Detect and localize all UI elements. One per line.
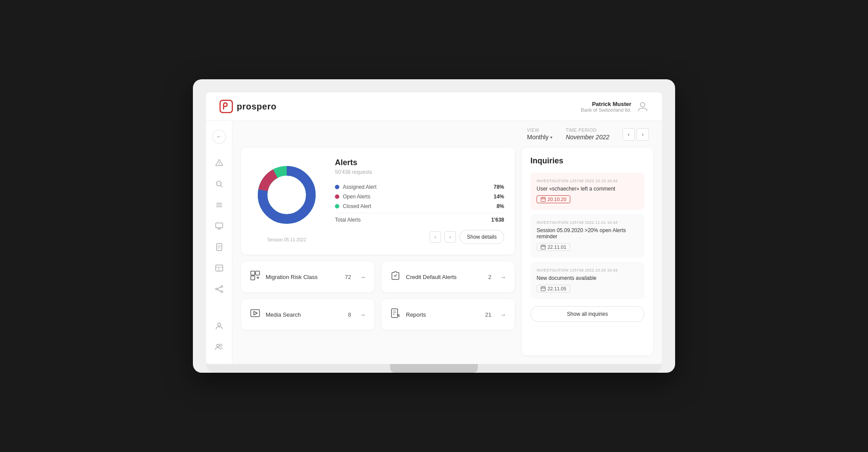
sidebar-item-search[interactable] (210, 175, 228, 193)
svg-point-31 (268, 177, 305, 213)
total-value: 1'638 (491, 217, 504, 223)
inquiry-item-1[interactable]: INVESTIGATION 125748 2022.10.10 16:43 Us… (530, 173, 644, 210)
reports-count: 21 (485, 311, 491, 318)
main-layout: ← (206, 121, 662, 364)
user-area: Patrick Muster Bank of Switzerland ltd. (581, 100, 649, 113)
svg-point-1 (640, 102, 645, 107)
assigned-pct: 78% (494, 184, 504, 190)
show-all-inquiries-button[interactable]: Show all inquiries (530, 306, 644, 322)
svg-rect-34 (251, 276, 255, 280)
closed-pct: 8% (497, 203, 504, 209)
svg-rect-32 (251, 271, 255, 275)
svg-rect-35 (251, 310, 260, 317)
sidebar-item-share[interactable] (210, 280, 228, 298)
sidebar-item-alerts[interactable] (210, 154, 228, 172)
time-period-group: TIME PERIOD November 2022 (566, 128, 609, 141)
inquiry-meta-3: INVESTIGATION 125748 2022.10.26 16:43 (537, 268, 638, 272)
open-dot (335, 194, 339, 199)
view-chevron-icon: ▾ (550, 135, 552, 140)
inquiry-item-2[interactable]: INVESTIGATION 125748 2022.11.01 16:43 Se… (530, 214, 644, 258)
credit-default-count: 2 (488, 274, 491, 280)
assigned-label: Assigned Alert (343, 184, 490, 190)
view-label: VIEW (527, 128, 539, 133)
svg-point-27 (220, 344, 222, 346)
period-next-button[interactable]: › (637, 128, 649, 141)
migration-risk-count: 72 (345, 274, 351, 280)
view-group: VIEW Monthly ▾ (527, 128, 552, 141)
reports-label: Reports (406, 311, 480, 318)
svg-rect-38 (541, 198, 545, 201)
credit-default-card[interactable]: Credit Default Alerts 2 → (381, 261, 515, 292)
reports-arrow-icon: → (500, 311, 506, 318)
inquiries-title: Inquiries (530, 156, 644, 166)
inquiry-date-text-1: 20.10.20 (548, 197, 566, 202)
inquiry-text-3: New documents available (537, 275, 638, 281)
screen: prospero Patrick Muster Bank of Switzerl… (206, 92, 662, 364)
inquiries-card: Inquiries INVESTIGATION 125748 2022.10.1… (522, 148, 653, 355)
period-prev-button[interactable]: ‹ (623, 128, 635, 141)
sidebar-item-profile[interactable] (210, 317, 228, 334)
svg-point-25 (217, 323, 221, 326)
user-avatar-icon[interactable] (637, 100, 649, 113)
logo-area: prospero (219, 99, 277, 113)
laptop-frame: prospero Patrick Muster Bank of Switzerl… (193, 79, 675, 373)
inquiry-meta-1: INVESTIGATION 125748 2022.10.10 16:43 (537, 179, 638, 183)
dashboard-grid: Session 05.11.2022 Alerts 50'438 request… (232, 148, 662, 364)
migration-risk-card[interactable]: Migration Risk Class 72 → (241, 261, 374, 292)
collapse-icon: ← (217, 134, 222, 140)
svg-point-26 (217, 344, 219, 347)
user-name: Patrick Muster (581, 101, 631, 107)
inquiry-item-3[interactable]: INVESTIGATION 125748 2022.10.26 16:43 Ne… (530, 262, 644, 299)
time-period-label: TIME PERIOD (566, 128, 609, 133)
assigned-dot (335, 185, 339, 189)
nav-arrows: ‹ › (623, 128, 649, 141)
closed-label: Closed Alert (343, 203, 493, 209)
credit-default-icon (390, 270, 401, 283)
donut-wrapper: Session 05.11.2022 (252, 160, 322, 232)
reports-card[interactable]: Reports 21 → (381, 299, 515, 330)
sidebar-item-document[interactable] (210, 238, 228, 256)
sidebar: ← (206, 121, 232, 364)
user-org: Bank of Switzerland ltd. (581, 107, 631, 113)
inquiry-text-1: User «schaecher» left a comment (537, 186, 638, 192)
migration-risk-icon (250, 270, 260, 283)
quick-access-grid: Migration Risk Class 72 → Credit Default… (241, 261, 515, 330)
media-search-icon (250, 308, 260, 321)
media-search-arrow-icon: → (360, 311, 366, 318)
show-details-button[interactable]: Show details (459, 230, 504, 244)
legend-closed: Closed Alert 8% (335, 203, 504, 209)
legend-total: Total Alerts 1'638 (335, 217, 504, 223)
credit-default-arrow-icon: → (500, 274, 506, 280)
svg-marker-36 (254, 311, 257, 315)
sidebar-item-list[interactable] (210, 196, 228, 214)
alerts-nav: ‹ › Show details (335, 230, 504, 244)
sidebar-collapse-button[interactable]: ← (212, 130, 226, 144)
media-search-card[interactable]: Media Search 8 → (241, 299, 374, 330)
inquiry-date-1: 20.10.20 (537, 195, 570, 203)
alerts-next-button[interactable]: › (445, 231, 456, 243)
alerts-prev-button[interactable]: ‹ (430, 231, 441, 243)
alerts-title: Alerts (335, 158, 504, 167)
sidebar-item-monitor[interactable] (210, 217, 228, 235)
inquiry-date-text-2: 22.11.01 (548, 244, 566, 250)
inquiry-text-2: Session 05.09.2020 >20% open Alerts remi… (537, 227, 638, 240)
legend-open: Open Alerts 14% (335, 194, 504, 200)
svg-point-21 (221, 286, 223, 287)
app-logo-text: prospero (237, 102, 277, 112)
logo-icon (219, 99, 233, 113)
view-value-selector[interactable]: Monthly ▾ (527, 134, 552, 141)
closed-dot (335, 204, 339, 208)
time-period-value: November 2022 (566, 134, 609, 141)
svg-rect-46 (541, 287, 545, 291)
sidebar-bottom (210, 317, 228, 355)
inquiry-meta-2: INVESTIGATION 125748 2022.11.01 16:43 (537, 220, 638, 225)
svg-line-24 (217, 290, 221, 291)
laptop-bottom (206, 364, 662, 373)
sidebar-item-table[interactable] (210, 259, 228, 277)
top-bar: prospero Patrick Muster Bank of Switzerl… (206, 92, 662, 121)
svg-rect-42 (541, 245, 545, 249)
sidebar-item-users[interactable] (210, 338, 228, 355)
user-info: Patrick Muster Bank of Switzerland ltd. (581, 101, 631, 113)
laptop-notch (390, 364, 478, 373)
inquiry-date-2: 22.11.01 (537, 243, 570, 251)
